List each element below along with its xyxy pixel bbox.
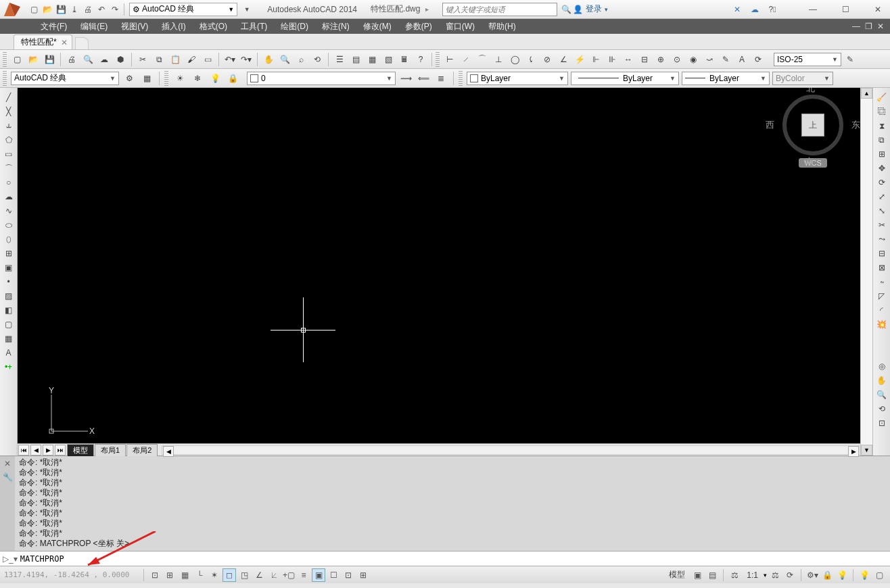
linetype-combo[interactable]: ByLayer ▼: [571, 72, 679, 85]
workspace-dropdown[interactable]: ⚙ AutoCAD 经典 ▼: [129, 3, 237, 16]
sb-osnap-icon[interactable]: ◻: [222, 568, 236, 582]
vscroll-down-icon[interactable]: ▼: [861, 445, 872, 456]
sb-annoscale-icon[interactable]: ⚖: [728, 568, 741, 582]
dim-joglin-icon[interactable]: ⤻: [702, 52, 717, 67]
spline-icon[interactable]: ∿: [2, 204, 16, 218]
dim-quick-icon[interactable]: ⚡: [572, 52, 587, 67]
dim-radius-icon[interactable]: ◯: [507, 52, 522, 67]
viewcube-west[interactable]: 西: [766, 119, 774, 131]
layout-tab-1[interactable]: 布局1: [95, 444, 126, 456]
menu-dimension[interactable]: 标注(N): [315, 21, 356, 32]
sb-scale[interactable]: 1:1: [743, 568, 762, 582]
revcloud-icon[interactable]: ☁: [2, 190, 16, 203]
layer-grip[interactable]: [164, 71, 168, 86]
tb-preview-icon[interactable]: 🔍: [80, 52, 95, 67]
maximize-button[interactable]: ☐: [836, 3, 855, 16]
dim-update-icon[interactable]: ⟳: [751, 52, 766, 67]
sb-model-button[interactable]: 模型: [665, 568, 689, 582]
dim-arc-icon[interactable]: ⌒: [475, 52, 490, 67]
prop-grip[interactable]: [459, 71, 463, 86]
mirror-icon[interactable]: ⧗: [875, 119, 889, 132]
hscroll-right-icon[interactable]: ▶: [848, 446, 859, 457]
cmd-wrench-icon[interactable]: 🔧: [3, 472, 13, 482]
addselect-icon[interactable]: •+: [2, 360, 16, 374]
dim-styledlg-icon[interactable]: ✎: [843, 52, 858, 67]
qat-redo-icon[interactable]: ↷: [109, 3, 121, 16]
menu-parametric[interactable]: 参数(P): [398, 21, 439, 32]
layer-freeze-icon[interactable]: ❄: [190, 71, 205, 86]
layer-lock-icon[interactable]: 🔒: [225, 71, 240, 86]
dim-diameter-icon[interactable]: ⊘: [540, 52, 555, 67]
qat-save-icon[interactable]: 💾: [55, 3, 67, 16]
search-box[interactable]: [442, 3, 557, 16]
rectangle-icon[interactable]: ▭: [2, 147, 16, 161]
line-icon[interactable]: ╱: [2, 91, 16, 104]
hatch-icon[interactable]: ▨: [2, 289, 16, 303]
menu-help[interactable]: 帮助(H): [482, 21, 523, 32]
point-icon[interactable]: •: [2, 275, 16, 289]
dim-center-icon[interactable]: ⊙: [670, 52, 684, 67]
menu-format[interactable]: 格式(O): [193, 21, 234, 32]
qat-more-icon[interactable]: ▼: [241, 3, 253, 16]
tb-zoomwin-icon[interactable]: ⌕: [294, 52, 308, 67]
menu-modify[interactable]: 修改(M): [356, 21, 398, 32]
dim-angular-icon[interactable]: ∠: [556, 52, 571, 67]
tb-pan-icon[interactable]: ✋: [261, 52, 276, 67]
sb-quickview2-icon[interactable]: ▤: [705, 568, 719, 582]
tb-publish-icon[interactable]: ☁: [97, 52, 112, 67]
sb-ortho-icon[interactable]: └: [193, 568, 206, 582]
tb-block-icon[interactable]: ▭: [200, 52, 215, 67]
app-logo[interactable]: [3, 1, 24, 18]
sb-ws-icon[interactable]: ⚙▾: [805, 568, 819, 582]
help-icon[interactable]: ?⃝: [766, 3, 778, 16]
chamfer-icon[interactable]: ◸: [875, 289, 889, 303]
erase-icon[interactable]: 🧹: [875, 91, 889, 104]
sb-lwt-icon[interactable]: ≡: [297, 568, 310, 582]
mdi-minimize[interactable]: —: [851, 22, 862, 31]
tb-toolpal-icon[interactable]: ▧: [381, 52, 396, 67]
viewcube-east[interactable]: 东: [851, 119, 860, 131]
sb-hardware-icon[interactable]: 💡: [835, 568, 849, 582]
minimize-button[interactable]: —: [803, 3, 822, 16]
menu-view[interactable]: 视图(V): [114, 21, 155, 32]
layout-prev-icon[interactable]: ◀: [30, 445, 41, 456]
sb-snap-icon[interactable]: ⊞: [163, 568, 177, 582]
menu-window[interactable]: 窗口(W): [439, 21, 482, 32]
sb-clean-icon[interactable]: ▢: [872, 568, 886, 582]
sb-qp-icon[interactable]: ☐: [327, 568, 340, 582]
tb-undo-icon[interactable]: ↶▾: [222, 52, 237, 67]
join-icon[interactable]: ⧜: [875, 275, 889, 289]
tb-3dprint-icon[interactable]: ⬢: [113, 52, 128, 67]
dim-toolbar-grip[interactable]: [436, 52, 440, 67]
tb-cut-icon[interactable]: ✂: [135, 52, 150, 67]
mtext-icon[interactable]: A: [2, 346, 16, 360]
dim-jogged-icon[interactable]: ⤹: [523, 52, 538, 67]
tb-open-icon[interactable]: 📂: [26, 52, 41, 67]
breakpt-icon[interactable]: ⊟: [875, 247, 889, 260]
gradient-icon[interactable]: ◧: [2, 303, 16, 317]
sb-polar-icon[interactable]: ✶: [208, 568, 221, 582]
ws-grip[interactable]: [3, 71, 7, 86]
drawing-canvas[interactable]: Y X 北 西 东 上 南 WCS: [18, 88, 860, 443]
mdi-restore[interactable]: ❐: [863, 22, 874, 31]
dim-space-icon[interactable]: ↔: [621, 52, 636, 67]
navbar-orbit-icon[interactable]: ⟲: [875, 402, 889, 416]
sb-tpy-icon[interactable]: ▣: [312, 568, 325, 582]
login-button[interactable]: 👤 登录 ▾: [573, 3, 608, 15]
dim-inspect-icon[interactable]: ◉: [686, 52, 701, 67]
tb-matchprop-icon[interactable]: 🖌: [184, 52, 199, 67]
navbar-pan-icon[interactable]: ✋: [875, 374, 889, 387]
region-icon[interactable]: ▢: [2, 318, 16, 331]
sb-ducs-icon[interactable]: ⟀: [267, 568, 281, 582]
menu-insert[interactable]: 插入(I): [155, 21, 192, 32]
menu-edit[interactable]: 编辑(E): [74, 21, 114, 32]
new-tab-button[interactable]: [75, 37, 89, 49]
tb-print-icon[interactable]: 🖨: [64, 52, 79, 67]
xline-icon[interactable]: ╳: [2, 105, 16, 118]
tb-paste-icon[interactable]: 📋: [168, 52, 183, 67]
rotate-icon[interactable]: ⟳: [875, 176, 889, 189]
viewcube-north[interactable]: 北: [806, 88, 815, 95]
mdi-close[interactable]: ✕: [875, 22, 886, 31]
explode-icon[interactable]: 💥: [875, 318, 889, 331]
layout-tab-model[interactable]: 模型: [67, 444, 94, 456]
